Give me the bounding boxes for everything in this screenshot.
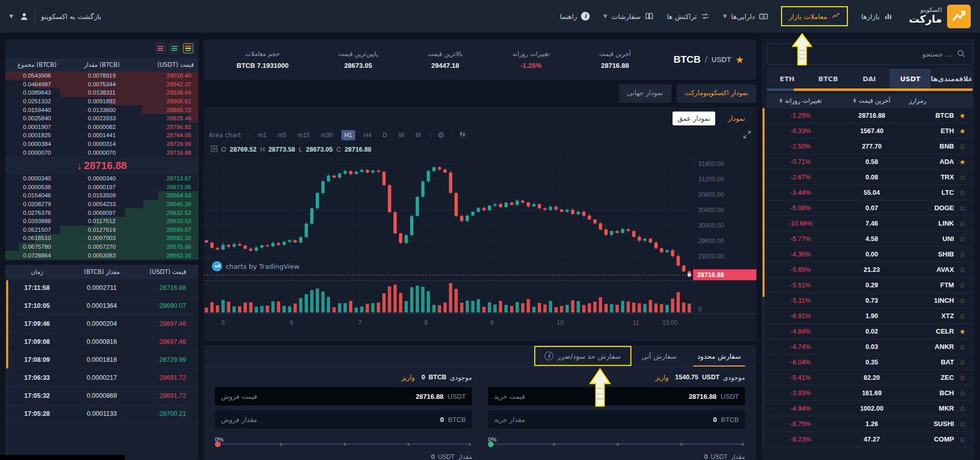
coin-row-ANKR[interactable]: -4.74%0.03ANKR☆ [767,339,973,355]
ask-row[interactable]: 0.00018250.000144128764.05 [5,131,198,140]
coin-row-UNI[interactable]: -5.77%4.58UNI☆ [767,231,973,247]
favorite-star-icon[interactable]: ☆ [959,266,966,274]
coin-row-BCH[interactable]: -3.93%161.69BCH☆ [767,385,973,401]
coin-row-1INCH[interactable]: -5.11%0.731INCH☆ [767,293,973,308]
ask-row[interactable]: 0.00019070.000008228796.82 [5,123,198,132]
ask-row[interactable]: 0.00003840.000031428729.99 [5,140,198,149]
favorite-star-icon[interactable]: ☆ [959,404,966,413]
coin-row-CELR[interactable]: -4.84%0.02CELR★ [767,324,973,339]
fullscreen-icon[interactable] [743,131,751,140]
ask-row[interactable]: 0.00258400.002393328828.46 [5,114,198,123]
bid-row[interactable]: 0.07288640.005308328562.16 [5,251,198,260]
favorite-star-icon[interactable]: ☆ [959,250,966,259]
tab-instant-order[interactable]: سفارش آنی [631,346,687,366]
chevron-down-icon[interactable]: ▼ [9,13,13,19]
watchlist-scrollbar-thumb[interactable] [763,108,765,297]
coin-row-BNB[interactable]: -2.50%277.70BNB☆ [767,139,973,154]
deposit-link[interactable]: واریز [655,374,668,381]
favorite-star-icon[interactable]: ☆ [959,281,966,289]
excoino-chart-button[interactable]: نمودار اکسکوینومارکت [677,84,756,103]
coin-row-ZEC[interactable]: -5.41%82.20ZEC☆ [767,370,973,385]
favorite-star-icon[interactable]: ☆ [959,235,966,243]
ask-row[interactable]: 0.03896430.013831128938.04 [5,88,198,97]
grid-plus-icon[interactable] [211,145,217,154]
interval-H4[interactable]: H4 [360,130,374,140]
trades-scrollbar[interactable] [6,279,8,458]
nav-item-transactions[interactable]: تراکنش ها [667,12,710,21]
favorite-star-icon[interactable]: ★ [735,54,744,65]
watchlist-tabs-scrollbar[interactable] [767,88,973,91]
bid-row[interactable]: 0.05215070.012761928599.57 [5,226,198,234]
watchlist-scrollbar[interactable] [763,108,765,446]
sort-icon[interactable]: ▲▼ [779,98,782,103]
watchlist-tab-علاقه‌مندی‌ها[interactable]: علاقه‌مندی‌ها [931,69,973,88]
watchlist-tab-USDT[interactable]: USDT [890,69,931,88]
buy-slider-handle[interactable] [488,441,494,447]
favorite-star-icon[interactable]: ☆ [959,297,966,305]
bid-row[interactable]: 0.03938880.011751228610.53 [5,217,198,226]
favorite-star-icon[interactable]: ☆ [959,358,966,366]
global-chart-button[interactable]: نمودار جهانی [619,84,672,103]
interval-H1[interactable]: H1 [341,130,355,140]
favorite-star-icon[interactable]: ☆ [959,389,966,397]
coin-row-BTCB[interactable]: -1.25%28716.88BTCB★ [767,108,973,123]
interval-W[interactable]: W [395,130,407,140]
user-icon[interactable] [20,12,28,21]
favorite-star-icon[interactable]: ☆ [959,204,966,212]
favorite-star-icon[interactable]: ☆ [959,435,966,444]
trades-scrollbar-thumb[interactable] [6,280,8,369]
bid-row[interactable]: 0.01540460.015350928664.53 [5,191,198,200]
chart-type-select[interactable]: Area chart [209,132,241,139]
favorite-star-icon[interactable]: ★ [959,127,966,135]
coin-row-DOGE[interactable]: -5.08%0.07DOGE☆ [767,200,973,216]
buy-amount-input[interactable]: مقدار خرید 0 BTCB [488,410,745,429]
candle-style-icon[interactable] [459,131,466,140]
sell-percent-slider[interactable]: 0% [215,434,472,449]
coin-row-ADA[interactable]: -0.71%0.58ADA★ [767,154,973,170]
coin-row-COMP[interactable]: -8.23%47.27COMP☆ [767,432,973,447]
tab-stop-limit-order[interactable]: سفارش حد سود/ضرر i [534,346,631,366]
orderbook-both-sides-toggle[interactable] [183,43,193,53]
coin-row-TRX[interactable]: -2.67%0.08TRX☆ [767,170,973,185]
buy-price-input[interactable]: قیمت خرید 28716.88 USDT [488,387,745,406]
gear-icon[interactable]: ⚙ [438,131,444,140]
nav-item-orders[interactable]: ▼ سفارشات [603,12,654,21]
coin-row-LTC[interactable]: -3.44%55.04LTC☆ [767,185,973,200]
sell-slider-handle[interactable] [215,441,221,447]
interval-m1[interactable]: m1 [255,130,270,140]
favorite-star-icon[interactable]: ☆ [959,219,966,228]
orderbook-asks-only-toggle[interactable] [155,43,166,53]
tradingview-attribution[interactable]: charts by TradingView [212,261,299,271]
coin-row-SHIB[interactable]: -4.35%0.00SHIB☆ [767,247,973,262]
watchlist-tab-BTCB[interactable]: BTCB [808,69,849,88]
interval-m15[interactable]: m15 [295,130,313,140]
coin-row-AVAX[interactable]: -5.65%21.23AVAX☆ [767,262,973,278]
watchlist-tab-ETH[interactable]: ETH [767,69,808,88]
interval-D[interactable]: D [379,130,390,140]
nav-item-assets[interactable]: ▼ دارایی‌ها [723,12,768,21]
nav-item-market-trades[interactable]: معاملات بازار [781,6,848,26]
back-to-excoino-link[interactable]: بازگشت به اکسکوینو [41,12,101,21]
coin-row-XTZ[interactable]: -6.91%1.90XTZ☆ [767,308,973,324]
bid-row[interactable]: 0.00003400.000034028713.67 [5,174,198,183]
ask-row[interactable]: 0.00000700.000007028716.88 [5,148,198,157]
ask-row[interactable]: 0.05439060.007891929018.40 [5,71,198,80]
tab-chart[interactable]: نمودار [722,112,750,125]
favorite-star-icon[interactable]: ★ [959,158,966,166]
price-chart[interactable]: 31600.0031200.0030800.0030400.0030000.00… [204,155,756,341]
ask-row[interactable]: 0.02513320.009189228906.61 [5,97,198,106]
watchlist-col-change[interactable]: ▲▼ تغییرات روزانه [767,97,834,104]
watchlist-col-price[interactable]: ▲▼ آخرین قیمت [834,97,909,104]
deposit-link[interactable]: واریز [402,374,415,381]
favorite-star-icon[interactable]: ☆ [959,142,966,151]
favorite-star-icon[interactable]: ☆ [959,173,966,181]
watchlist-tab-DAI[interactable]: DAI [849,69,890,88]
interval-m5[interactable]: m5 [275,130,289,140]
favorite-star-icon[interactable]: ☆ [959,189,966,197]
sort-icon[interactable]: ▲▼ [853,98,856,103]
nav-item-help[interactable]: راهنما i [560,12,590,21]
favorite-star-icon[interactable]: ★ [959,112,966,120]
coin-row-FTM[interactable]: -5.51%0.29FTM☆ [767,278,973,293]
sell-amount-input[interactable]: مقدار فروش 0 BTCB [215,410,472,429]
favorite-star-icon[interactable]: ☆ [959,343,966,351]
